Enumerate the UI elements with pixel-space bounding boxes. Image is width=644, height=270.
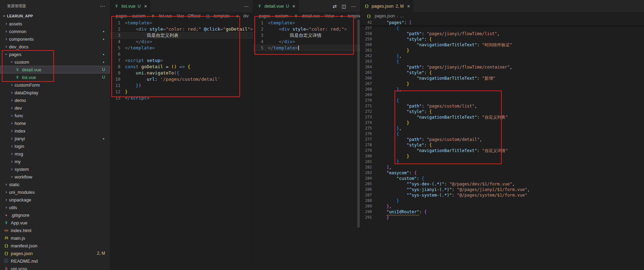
tree-item-index[interactable]: ›index bbox=[0, 127, 110, 135]
tree-item-common[interactable]: ›common● bbox=[0, 27, 110, 35]
more-actions-icon[interactable]: ⋯ bbox=[244, 3, 249, 9]
code-line[interactable]: 282 ], bbox=[360, 165, 644, 170]
tree-item-jianyi[interactable]: ›jianyi● bbox=[0, 135, 110, 142]
code-line[interactable]: 275 }, bbox=[360, 126, 644, 131]
tree-item-my[interactable]: ›my bbox=[0, 158, 110, 165]
tree-item-uni.scss[interactable]: Suni.scss bbox=[0, 265, 110, 270]
breadcrumb-item[interactable]: … bbox=[400, 14, 404, 18]
tab-list-vue[interactable]: V list.vue U × bbox=[110, 0, 150, 12]
code-line[interactable]: 274 } bbox=[360, 120, 644, 126]
code-line[interactable]: 266 "navigationBarTitleText": "新增" bbox=[360, 76, 644, 81]
code-line[interactable]: 268 }, bbox=[360, 87, 644, 92]
code-line[interactable]: 284 "custom": { bbox=[360, 176, 644, 181]
breadcrumb[interactable]: {}pages.json›… bbox=[360, 12, 644, 20]
code-line[interactable]: 262 }, bbox=[360, 53, 644, 59]
tree-item-customForm[interactable]: ›customForm bbox=[0, 81, 110, 89]
code-line[interactable]: 271 "path": "pages/custom/list", bbox=[360, 103, 644, 109]
breadcrumb-item[interactable]: Vlist.vue bbox=[150, 14, 172, 18]
tree-item-pages.json[interactable]: {}pages.json2, M bbox=[0, 249, 110, 257]
code-line[interactable]: 257 { bbox=[360, 25, 644, 31]
tree-item-detail.vue[interactable]: Vdetail.vueU bbox=[0, 66, 110, 73]
code-line[interactable]: 9 uni.navigateTo({ bbox=[110, 70, 253, 76]
breadcrumb[interactable]: pages›custom›Vdetail.vue›Vetur›◉template bbox=[253, 12, 360, 20]
tree-item-README.md[interactable]: ⓘREADME.md bbox=[0, 257, 110, 265]
code-line[interactable]: 12} bbox=[110, 89, 253, 95]
code-line[interactable]: 278 "style": { bbox=[360, 142, 644, 148]
tree-item-App.vue[interactable]: VApp.vue bbox=[0, 219, 110, 227]
breadcrumb-item[interactable]: pages bbox=[116, 14, 127, 18]
code-line[interactable]: 288 } bbox=[360, 198, 644, 204]
code-line[interactable]: 263 { bbox=[360, 59, 644, 64]
code-line[interactable]: 5</template> bbox=[253, 45, 360, 51]
tree-item-demo[interactable]: ›demo bbox=[0, 96, 110, 104]
breadcrumb-item[interactable]: Vue - Official bbox=[177, 14, 200, 18]
code-line[interactable]: 272 "style": { bbox=[360, 109, 644, 114]
breadcrumb-item[interactable]: ◉div bbox=[234, 14, 248, 18]
code-line[interactable]: 2 <div style="color: red;" @click="goDet… bbox=[110, 26, 253, 32]
tree-item-assets[interactable]: ›assets bbox=[0, 20, 110, 27]
breadcrumb-item[interactable]: Vdetail.vue bbox=[293, 14, 320, 18]
code-line[interactable]: 273 "navigationBarTitleText": "自定义列表" bbox=[360, 114, 644, 120]
code-line[interactable]: 8const goDetail = () => { bbox=[110, 64, 253, 70]
code-line[interactable]: 291 } bbox=[360, 215, 644, 220]
more-actions-icon[interactable]: ⋯ bbox=[100, 3, 105, 9]
tree-item-dataDisplay[interactable]: ›dataDisplay bbox=[0, 89, 110, 96]
breadcrumb-item[interactable]: {}template bbox=[205, 14, 230, 18]
tree-item-home[interactable]: ›home bbox=[0, 119, 110, 127]
breadcrumb-item[interactable]: custom bbox=[132, 14, 145, 18]
code-line[interactable]: 290 "uniIdRouter": { bbox=[360, 209, 644, 215]
breadcrumb[interactable]: pages›custom›Vlist.vue›Vue - Official›{}… bbox=[110, 12, 253, 20]
code-line[interactable]: 270 { bbox=[360, 98, 644, 103]
code-line[interactable]: 279 "navigationBarTitleText": "自定义详情" bbox=[360, 148, 644, 153]
code-line[interactable]: 265 "style": { bbox=[360, 70, 644, 76]
tree-item-func[interactable]: ›func bbox=[0, 112, 110, 119]
more-actions-icon[interactable]: ⋯ bbox=[351, 3, 356, 9]
breadcrumb-item[interactable]: {}pages.json bbox=[366, 14, 395, 18]
code-line[interactable]: 1<template> bbox=[253, 20, 360, 26]
code-line[interactable]: 285 "^sys-dev-(.*)": "@/pages/dev/$1/for… bbox=[360, 181, 644, 187]
breadcrumb-item[interactable]: Vetur bbox=[325, 14, 334, 18]
tree-item-manifest.json[interactable]: {}manifest.json bbox=[0, 242, 110, 249]
close-icon[interactable]: × bbox=[407, 3, 410, 9]
code-editor[interactable]: 1<template>2 <div style="color: red;">3 … bbox=[253, 20, 360, 270]
tree-item-components[interactable]: ›components● bbox=[0, 35, 110, 43]
code-line[interactable]: 286 "^sys-jianyi-(.*)": "@/pages/jianyi/… bbox=[360, 187, 644, 192]
code-line[interactable]: 283 "easycom": { bbox=[360, 170, 644, 176]
tree-item-main.js[interactable]: JSmain.js bbox=[0, 234, 110, 242]
code-line[interactable]: 7<script setup> bbox=[110, 57, 253, 64]
code-line[interactable]: 5</template> bbox=[110, 45, 253, 51]
tree-item-dev_docs[interactable]: ›dev_docs bbox=[0, 43, 110, 50]
code-editor[interactable]: 1<template>2 <div style="color: red;" @c… bbox=[110, 20, 253, 270]
code-line[interactable]: 3 我是自定义详情 bbox=[253, 32, 360, 39]
sticky-scroll-line[interactable]: 42 "pages": [ bbox=[360, 20, 644, 25]
code-line[interactable]: 11 }) bbox=[110, 82, 253, 89]
code-line[interactable]: 277 "path": "pages/custom/detail", bbox=[360, 137, 644, 142]
code-line[interactable]: 3 我是自定义列表 bbox=[110, 32, 253, 39]
tree-item-index.html[interactable]: <>index.html bbox=[0, 227, 110, 234]
code-editor[interactable]: 42 "pages": [ 257 {258 "path": "pages/ji… bbox=[360, 20, 644, 270]
code-line[interactable]: 259 "style": { bbox=[360, 37, 644, 42]
code-line[interactable]: 264 "path": "pages/jianyi/flowTime/conta… bbox=[360, 64, 644, 70]
code-line[interactable]: 10 url: '/pages/custom/detail' bbox=[110, 76, 253, 82]
tree-item-unpackage[interactable]: ›unpackage bbox=[0, 196, 110, 204]
code-line[interactable]: 281 } bbox=[360, 159, 644, 165]
code-line[interactable]: 1<template> bbox=[110, 20, 253, 26]
code-line[interactable]: 287 "^sys-system-(.*)": "@/pages/system/… bbox=[360, 192, 644, 198]
code-line[interactable]: 4 </div> bbox=[253, 39, 360, 45]
tree-item-uni_modules[interactable]: ›uni_modules bbox=[0, 188, 110, 196]
split-editor-icon[interactable]: ◫ bbox=[342, 3, 346, 9]
code-line[interactable]: 276 { bbox=[360, 131, 644, 137]
code-line[interactable]: 13</script> bbox=[110, 95, 253, 101]
code-line[interactable]: 258 "path": "pages/jianyi/flowTime/list"… bbox=[360, 31, 644, 37]
tab-detail-vue[interactable]: V detail.vue U × bbox=[253, 0, 299, 12]
code-line[interactable]: 267 } bbox=[360, 81, 644, 87]
tree-item-custom[interactable]: ›custom● bbox=[0, 58, 110, 66]
code-line[interactable]: 260 "navigationBarTitleText": "时间组件验证" bbox=[360, 42, 644, 48]
tree-item-list.vue[interactable]: Vlist.vueU bbox=[0, 73, 110, 81]
tree-item-system[interactable]: ›system bbox=[0, 165, 110, 173]
tree-item-dev[interactable]: ›dev bbox=[0, 104, 110, 112]
code-line[interactable]: 2 <div style="color: red;"> bbox=[253, 26, 360, 32]
tree-item-pages[interactable]: ›pages● bbox=[0, 50, 110, 58]
code-line[interactable]: 4 </div> bbox=[110, 39, 253, 45]
breadcrumb-item[interactable]: pages bbox=[259, 14, 270, 18]
